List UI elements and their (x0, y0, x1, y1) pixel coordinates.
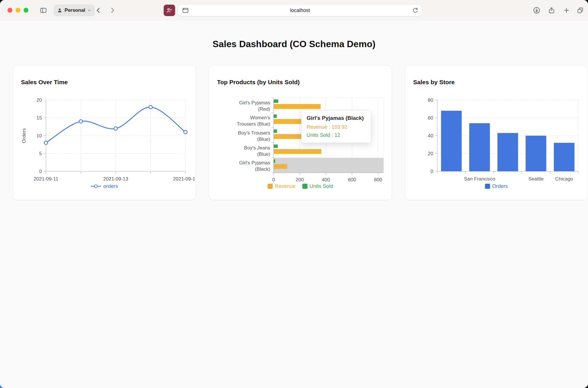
orders-bar[interactable] (441, 111, 462, 171)
share-icon (548, 7, 555, 14)
legend-label: Revenue (275, 183, 295, 189)
back-icon (95, 7, 102, 14)
url-text: localhost (290, 7, 310, 14)
legend-swatch (302, 184, 307, 189)
svg-text:80: 80 (428, 97, 433, 103)
back-button[interactable] (94, 5, 103, 15)
chevron-down-icon (88, 9, 91, 12)
data-point[interactable] (44, 141, 48, 145)
forward-icon (109, 7, 116, 14)
orders-bar[interactable] (469, 123, 490, 171)
page-title: Sales Dashboard (CO Schema Demo) (0, 21, 588, 50)
sidebar-toggle-icon (40, 7, 47, 14)
dashboard-cards: Sales Over Time 051015202021-09-112021-0… (13, 65, 588, 200)
profile-extension-button[interactable] (164, 5, 175, 16)
address-bar[interactable]: localhost (178, 5, 422, 16)
safari-window: Personal (0, 0, 588, 388)
legend-item[interactable]: Orders (485, 183, 508, 189)
hover-band (274, 158, 384, 173)
svg-text:Girl's Pyjamas: Girl's Pyjamas (239, 160, 270, 166)
orders-bar[interactable] (554, 143, 575, 171)
revenue-bar[interactable] (274, 164, 287, 169)
data-point[interactable] (149, 105, 152, 109)
revenue-bar[interactable] (274, 119, 302, 124)
svg-text:2021-09-13: 2021-09-13 (103, 176, 128, 182)
svg-text:5: 5 (39, 151, 42, 156)
svg-text:20: 20 (36, 97, 42, 103)
tooltip-title: Girl's Pyjamas (Black) (307, 115, 366, 121)
legend-label: Units Sold (310, 183, 333, 189)
svg-text:Women's: Women's (250, 115, 270, 120)
svg-text:20: 20 (428, 151, 433, 156)
svg-text:(Black): (Black) (255, 166, 270, 172)
legend-swatch (268, 184, 273, 189)
close-button[interactable] (7, 8, 12, 13)
data-point[interactable] (184, 130, 187, 134)
units-sold-bar[interactable] (274, 145, 278, 148)
revenue-bar[interactable] (274, 149, 321, 154)
sales-over-time-chart[interactable]: 051015202021-09-112021-09-132021-09-15Or… (13, 66, 196, 200)
tooltip-rows: Revenue : 103.92Units Sold : 12 (307, 124, 366, 138)
tooltip-row: Revenue : 103.92 (307, 124, 366, 130)
svg-text:15: 15 (36, 115, 42, 121)
svg-text:(Blue): (Blue) (257, 151, 270, 157)
browser-toolbar: Personal (0, 0, 588, 21)
forward-button[interactable] (107, 5, 117, 15)
top-products-legend[interactable]: RevenueUnits Sold (209, 182, 392, 191)
new-tab-button[interactable] (562, 5, 571, 15)
tab-overview-button[interactable] (575, 5, 585, 15)
svg-text:10: 10 (36, 133, 42, 139)
tooltip-row: Units Sold : 12 (307, 132, 366, 138)
axis (44, 100, 185, 174)
svg-text:Boy's Jeans: Boy's Jeans (244, 145, 270, 151)
svg-text:San Francisco: San Francisco (464, 176, 495, 182)
legend-item[interactable]: Revenue (268, 183, 295, 189)
data-point[interactable] (79, 120, 83, 123)
profile-button[interactable]: Personal (54, 5, 95, 16)
legend-item[interactable]: Units Sold (302, 183, 333, 189)
reload-button[interactable] (412, 7, 419, 14)
svg-text:Trousers (Blue): Trousers (Blue) (237, 121, 270, 127)
minimize-button[interactable] (16, 8, 20, 13)
svg-text:0: 0 (39, 169, 42, 174)
sales-by-store-chart[interactable]: 020406080San FranciscoSeattleChicago (405, 66, 588, 200)
axis-labels: 051015202021-09-112021-09-132021-09-15Or… (21, 97, 196, 182)
downloads-button[interactable] (532, 5, 541, 15)
sidebar-toggle-button[interactable] (38, 5, 48, 15)
svg-text:Boy's Trousers: Boy's Trousers (238, 130, 270, 136)
svg-text:0: 0 (431, 169, 433, 174)
downloads-icon (533, 7, 540, 14)
orders-bar[interactable] (498, 133, 518, 171)
svg-text:Chicago: Chicago (555, 176, 573, 182)
revenue-bar[interactable] (274, 134, 305, 139)
reload-icon (412, 7, 419, 14)
new-tab-icon (563, 7, 570, 14)
profile-label: Personal (65, 7, 85, 13)
units-sold-bar[interactable] (274, 114, 277, 118)
sales-by-store-legend[interactable]: Orders (405, 182, 588, 191)
window-controls (7, 8, 28, 13)
units-sold-bar[interactable] (274, 160, 275, 163)
series-orders[interactable] (441, 111, 575, 171)
svg-text:Orders: Orders (21, 128, 27, 143)
sales-over-time-legend[interactable]: orders (13, 182, 196, 191)
orders-bar[interactable] (526, 136, 546, 171)
svg-text:60: 60 (428, 115, 433, 121)
page-menu-button[interactable] (182, 7, 189, 14)
units-sold-bar[interactable] (274, 99, 278, 103)
svg-text:Girl's Pyjamas: Girl's Pyjamas (239, 100, 270, 105)
legend-item[interactable]: orders (90, 183, 118, 189)
share-button[interactable] (547, 5, 556, 15)
legend-swatch (485, 184, 490, 189)
units-sold-bar[interactable] (274, 129, 277, 133)
dashboard-page: Sales Dashboard (CO Schema Demo) Sales O… (0, 21, 588, 388)
zoom-button[interactable] (24, 8, 28, 13)
profile-extension-icon (166, 7, 173, 14)
revenue-bar[interactable] (274, 104, 321, 109)
data-point[interactable] (114, 127, 117, 130)
series-orders[interactable] (44, 105, 187, 145)
person-icon (57, 8, 62, 13)
svg-text:(Red): (Red) (258, 106, 270, 112)
chart-tooltip: Girl's Pyjamas (Black) Revenue : 103.92U… (301, 110, 371, 143)
tab-overview-icon (577, 7, 584, 14)
